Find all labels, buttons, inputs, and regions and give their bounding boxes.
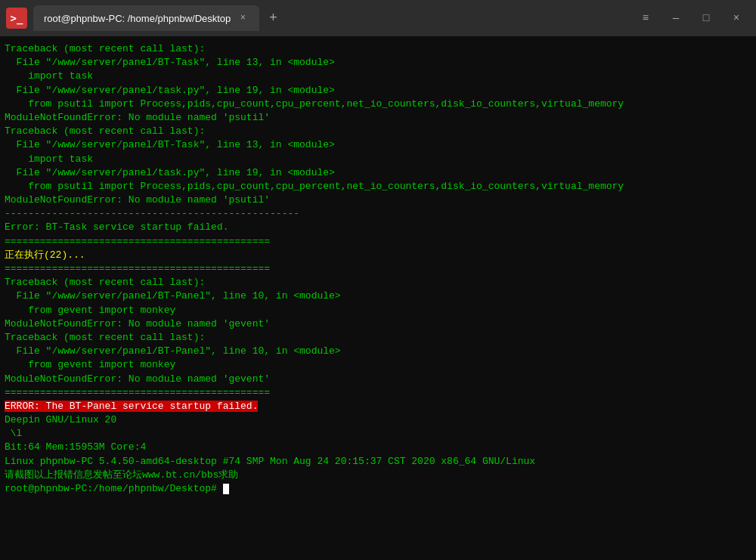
terminal-line: Traceback (most recent call last): bbox=[5, 125, 751, 138]
terminal-line: from psutil import Process,pids,cpu_coun… bbox=[5, 97, 751, 111]
active-tab[interactable]: root@phpnbw-PC: /home/phpnbw/Desktop × bbox=[33, 5, 259, 31]
terminal-line: Traceback (most recent call last): bbox=[5, 42, 751, 56]
new-tab-button[interactable]: + bbox=[262, 8, 284, 29]
terminal-line: ----------------------------------------… bbox=[5, 207, 751, 221]
terminal-line: from gevent import monkey bbox=[5, 358, 751, 372]
terminal-line: Linux phpnbw-PC 5.4.50-amd64-desktop #74… bbox=[5, 455, 751, 469]
terminal-line: File "/www/server/panel/BT-Panel", line … bbox=[5, 289, 751, 303]
terminal-line: from psutil import Process,pids,cpu_coun… bbox=[5, 180, 751, 193]
terminal-line: \l bbox=[5, 427, 751, 441]
close-button[interactable]: × bbox=[729, 11, 744, 26]
terminal-line: Error: BT-Task service startup failed. bbox=[5, 221, 751, 234]
terminal-icon: >_ bbox=[6, 8, 27, 29]
terminal-line: Deepin GNU/Linux 20 bbox=[5, 413, 751, 427]
terminal-cursor bbox=[223, 484, 229, 494]
terminal-line: File "/www/server/panel/task.py", line 1… bbox=[5, 166, 751, 180]
terminal-line: from gevent import monkey bbox=[5, 304, 751, 317]
terminal-line: Traceback (most recent call last): bbox=[5, 331, 751, 345]
terminal-icon-symbol: >_ bbox=[11, 12, 23, 24]
terminal-line: root@phpnbw-PC:/home/phpnbw/Desktop# bbox=[5, 482, 751, 496]
terminal-line: 请截图以上报错信息发帖至论坛www.bt.cn/bbs求助 bbox=[5, 469, 751, 482]
terminal-line: File "/www/server/panel/BT-Panel", line … bbox=[5, 345, 751, 358]
terminal-line: Traceback (most recent call last): bbox=[5, 276, 751, 289]
terminal-line: ModuleNotFoundError: No module named 'ge… bbox=[5, 317, 751, 331]
titlebar: >_ root@phpnbw-PC: /home/phpnbw/Desktop … bbox=[0, 0, 756, 36]
maximize-button[interactable]: □ bbox=[699, 11, 714, 26]
error-highlight: ERROR: The BT-Panel service startup fail… bbox=[5, 401, 258, 412]
terminal-output[interactable]: Traceback (most recent call last): File … bbox=[0, 36, 756, 560]
terminal-window: >_ root@phpnbw-PC: /home/phpnbw/Desktop … bbox=[0, 0, 756, 560]
terminal-line: ModuleNotFoundError: No module named 'ge… bbox=[5, 373, 751, 386]
terminal-line: ModuleNotFoundError: No module named 'ps… bbox=[5, 193, 751, 207]
tab-close-button[interactable]: × bbox=[237, 12, 249, 24]
terminal-line: ========================================… bbox=[5, 386, 751, 400]
minimize-button[interactable]: — bbox=[668, 11, 683, 26]
window-controls: ≡ — □ × bbox=[638, 11, 750, 26]
terminal-line: Bit:64 Mem:15953M Core:4 bbox=[5, 441, 751, 454]
terminal-line: ========================================… bbox=[5, 235, 751, 249]
terminal-line: 正在执行(22)... bbox=[5, 249, 751, 262]
terminal-line: File "/www/server/panel/BT-Task", line 1… bbox=[5, 138, 751, 152]
terminal-line: ERROR: The BT-Panel service startup fail… bbox=[5, 400, 751, 413]
terminal-line: File "/www/server/panel/BT-Task", line 1… bbox=[5, 56, 751, 70]
tab-title: root@phpnbw-PC: /home/phpnbw/Desktop bbox=[44, 13, 231, 24]
terminal-line: import task bbox=[5, 70, 751, 83]
menu-button[interactable]: ≡ bbox=[638, 11, 653, 26]
terminal-line: import task bbox=[5, 153, 751, 166]
terminal-line: ========================================… bbox=[5, 262, 751, 276]
terminal-line: File "/www/server/panel/task.py", line 1… bbox=[5, 84, 751, 97]
terminal-line: ModuleNotFoundError: No module named 'ps… bbox=[5, 111, 751, 125]
